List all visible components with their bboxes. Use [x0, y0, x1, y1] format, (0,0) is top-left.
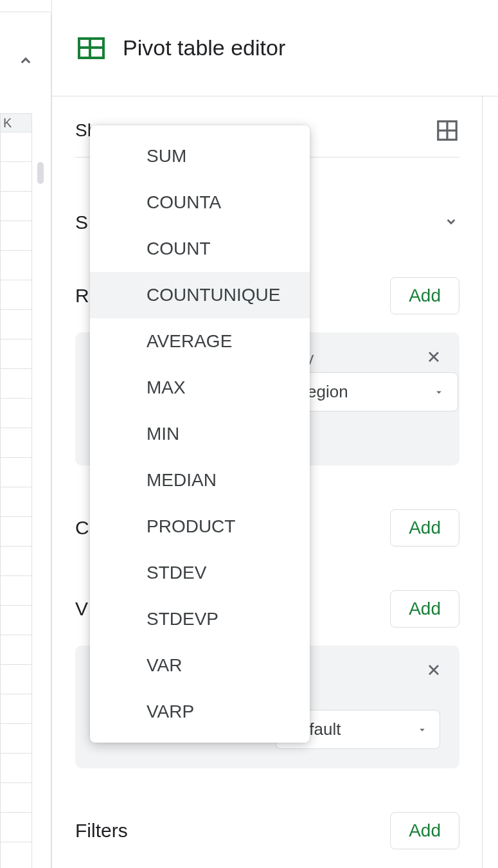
row-header[interactable] — [0, 280, 32, 310]
rows-label-partial: R — [75, 285, 89, 307]
dropdown-item-max[interactable]: MAX — [90, 365, 310, 411]
sort-by-select[interactable]: egion — [294, 372, 458, 411]
grid-layout-icon[interactable] — [435, 118, 459, 143]
dropdown-item-min[interactable]: MIN — [90, 411, 310, 457]
row-header[interactable] — [0, 251, 32, 280]
dropdown-item-median[interactable]: MEDIAN — [90, 457, 310, 503]
row-header[interactable] — [0, 813, 32, 842]
row-header[interactable] — [0, 310, 32, 339]
suggested-label-partial: S — [75, 212, 88, 233]
collapse-panel-chevron[interactable] — [16, 51, 35, 73]
summarize-function-dropdown[interactable]: SUMCOUNTACOUNTCOUNTUNIQUEAVERAGEMAXMINME… — [90, 125, 310, 743]
row-header[interactable] — [0, 576, 32, 606]
row-header[interactable] — [0, 754, 32, 783]
row-header[interactable] — [0, 132, 32, 162]
svg-rect-3 — [80, 49, 89, 57]
row-header[interactable] — [0, 487, 32, 517]
close-icon[interactable] — [425, 661, 443, 682]
dropdown-item-stdev[interactable]: STDEV — [90, 550, 310, 596]
panel-title: Pivot table editor — [123, 35, 285, 60]
dropdown-item-var[interactable]: VAR — [90, 642, 310, 689]
caret-down-icon — [433, 386, 445, 398]
row-header[interactable] — [0, 724, 32, 754]
row-header[interactable] — [0, 339, 32, 369]
vertical-scrollbar-thumb[interactable] — [37, 162, 44, 184]
dropdown-item-countunique[interactable]: COUNTUNIQUE — [90, 272, 310, 318]
row-header[interactable] — [0, 606, 32, 635]
svg-rect-4 — [91, 49, 102, 57]
close-icon[interactable] — [425, 348, 443, 368]
svg-rect-2 — [91, 40, 102, 46]
row-header[interactable] — [0, 399, 32, 428]
dropdown-item-average[interactable]: AVERAGE — [90, 318, 310, 365]
add-filters-button[interactable]: Add — [390, 812, 459, 849]
row-header[interactable] — [0, 547, 32, 576]
caret-down-icon — [416, 724, 428, 736]
row-header[interactable] — [0, 517, 32, 547]
row-header[interactable] — [0, 369, 32, 399]
add-values-button[interactable]: Add — [390, 590, 459, 628]
dropdown-item-count[interactable]: COUNT — [90, 226, 310, 272]
dropdown-item-product[interactable]: PRODUCT — [90, 503, 310, 550]
values-label-partial: V — [75, 598, 88, 620]
dropdown-item-varp[interactable]: VARP — [90, 689, 310, 735]
row-header[interactable] — [0, 192, 32, 221]
chevron-down-icon — [443, 213, 459, 232]
dropdown-item-sum[interactable]: SUM — [90, 133, 310, 179]
svg-rect-1 — [80, 40, 89, 46]
filters-label: Filters — [75, 820, 128, 842]
row-header[interactable] — [0, 635, 32, 665]
row-header[interactable] — [0, 694, 32, 724]
row-header[interactable] — [0, 665, 32, 694]
columns-label-partial: C — [75, 517, 89, 539]
column-header-K[interactable]: K — [0, 113, 32, 132]
panel-header: Pivot table editor — [52, 0, 498, 96]
add-columns-button[interactable]: Add — [390, 509, 459, 547]
row-header[interactable] — [0, 428, 32, 458]
sort-by-value-partial: egion — [307, 382, 348, 402]
row-header[interactable] — [0, 221, 32, 251]
row-header[interactable] — [0, 458, 32, 487]
filters-section-header: Filters Add — [75, 812, 459, 849]
dropdown-item-stdevp[interactable]: STDEVP — [90, 596, 310, 642]
spreadsheet-gutter: K — [0, 13, 51, 868]
row-header[interactable] — [0, 783, 32, 813]
pivot-table-icon — [78, 37, 105, 59]
row-header[interactable] — [0, 842, 32, 868]
add-rows-button[interactable]: Add — [390, 277, 459, 314]
dropdown-item-counta[interactable]: COUNTA — [90, 179, 310, 226]
row-header[interactable] — [0, 162, 32, 192]
